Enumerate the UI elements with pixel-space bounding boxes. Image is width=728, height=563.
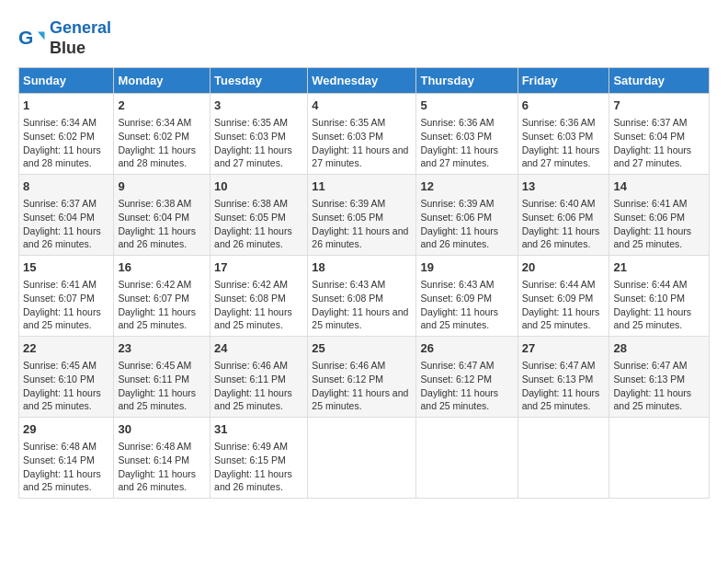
daylight: Daylight: 11 hours and 25 minutes.: [312, 387, 408, 412]
daylight: Daylight: 11 hours and 26 minutes.: [23, 225, 101, 250]
sunset: Sunset: 6:04 PM: [118, 212, 189, 223]
sunrise: Sunrise: 6:41 AM: [613, 198, 687, 209]
week-row-1: 1Sunrise: 6:34 AMSunset: 6:02 PMDaylight…: [19, 94, 710, 175]
week-row-2: 8Sunrise: 6:37 AMSunset: 6:04 PMDaylight…: [19, 175, 710, 256]
sunset: Sunset: 6:13 PM: [613, 373, 685, 385]
calendar-cell: 29Sunrise: 6:48 AMSunset: 6:14 PMDayligh…: [19, 417, 114, 498]
sunset: Sunset: 6:10 PM: [23, 373, 95, 385]
calendar-cell: 6Sunrise: 6:36 AMSunset: 6:03 PMDaylight…: [518, 94, 609, 175]
sunrise: Sunrise: 6:42 AM: [118, 279, 191, 290]
calendar-cell: 27Sunrise: 6:47 AMSunset: 6:13 PMDayligh…: [518, 337, 609, 418]
sunset: Sunset: 6:07 PM: [118, 293, 189, 304]
daylight: Daylight: 11 hours and 25 minutes.: [23, 306, 101, 331]
day-number: 5: [420, 98, 513, 114]
sunrise: Sunrise: 6:41 AM: [23, 279, 97, 290]
sunrise: Sunrise: 6:46 AM: [312, 360, 385, 371]
sunrise: Sunrise: 6:35 AM: [214, 117, 288, 128]
sunset: Sunset: 6:06 PM: [613, 212, 685, 223]
calendar-cell: 23Sunrise: 6:45 AMSunset: 6:11 PMDayligh…: [114, 337, 210, 418]
day-number: 31: [214, 421, 303, 438]
sunrise: Sunrise: 6:42 AM: [214, 279, 288, 290]
calendar-header-row: SundayMondayTuesdayWednesdayThursdayFrid…: [19, 68, 710, 94]
sunrise: Sunrise: 6:35 AM: [312, 117, 385, 128]
daylight: Daylight: 11 hours and 27 minutes.: [420, 144, 498, 169]
logo-text: General Blue: [50, 18, 111, 58]
daylight: Daylight: 11 hours and 28 minutes.: [118, 144, 196, 169]
logo: G General Blue: [18, 18, 111, 58]
calendar-cell: 9Sunrise: 6:38 AMSunset: 6:04 PMDaylight…: [114, 175, 210, 256]
sunset: Sunset: 6:03 PM: [420, 131, 492, 142]
daylight: Daylight: 11 hours and 26 minutes.: [214, 225, 292, 250]
page-header: G General Blue: [18, 18, 710, 58]
day-number: 2: [118, 98, 206, 114]
sunrise: Sunrise: 6:45 AM: [23, 360, 97, 371]
day-number: 20: [522, 259, 606, 276]
sunset: Sunset: 6:02 PM: [23, 131, 95, 142]
daylight: Daylight: 11 hours and 27 minutes.: [613, 144, 691, 169]
day-number: 22: [23, 340, 109, 357]
calendar-cell: 13Sunrise: 6:40 AMSunset: 6:06 PMDayligh…: [518, 175, 609, 256]
sunrise: Sunrise: 6:45 AM: [118, 360, 191, 371]
daylight: Daylight: 11 hours and 27 minutes.: [522, 144, 600, 169]
calendar-cell: 22Sunrise: 6:45 AMSunset: 6:10 PMDayligh…: [19, 337, 114, 418]
header-wednesday: Wednesday: [308, 68, 416, 94]
header-thursday: Thursday: [416, 68, 518, 94]
sunset: Sunset: 6:11 PM: [214, 373, 286, 385]
day-number: 27: [522, 340, 606, 357]
day-number: 16: [118, 259, 206, 276]
calendar-cell: 2Sunrise: 6:34 AMSunset: 6:02 PMDaylight…: [114, 94, 210, 175]
sunrise: Sunrise: 6:44 AM: [613, 279, 687, 290]
sunset: Sunset: 6:12 PM: [420, 373, 492, 385]
day-number: 23: [118, 340, 206, 357]
sunset: Sunset: 6:09 PM: [420, 293, 492, 304]
sunset: Sunset: 6:05 PM: [312, 212, 383, 223]
daylight: Daylight: 11 hours and 25 minutes.: [522, 306, 600, 331]
header-tuesday: Tuesday: [210, 68, 308, 94]
day-number: 30: [118, 421, 206, 438]
daylight: Daylight: 11 hours and 25 minutes.: [613, 387, 691, 412]
sunset: Sunset: 6:10 PM: [613, 293, 685, 304]
sunrise: Sunrise: 6:34 AM: [23, 117, 97, 128]
calendar-cell: 5Sunrise: 6:36 AMSunset: 6:03 PMDaylight…: [416, 94, 518, 175]
daylight: Daylight: 11 hours and 25 minutes.: [118, 387, 196, 412]
calendar-cell: 21Sunrise: 6:44 AMSunset: 6:10 PMDayligh…: [609, 256, 710, 337]
sunrise: Sunrise: 6:40 AM: [522, 198, 596, 209]
sunset: Sunset: 6:15 PM: [214, 454, 286, 465]
calendar-cell: 19Sunrise: 6:43 AMSunset: 6:09 PMDayligh…: [416, 256, 518, 337]
daylight: Daylight: 11 hours and 25 minutes.: [214, 387, 292, 412]
day-number: 6: [522, 98, 606, 114]
sunrise: Sunrise: 6:34 AM: [118, 117, 191, 128]
sunset: Sunset: 6:12 PM: [312, 373, 383, 385]
calendar-cell: [609, 417, 710, 498]
calendar-cell: [416, 417, 518, 498]
daylight: Daylight: 11 hours and 26 minutes.: [214, 468, 292, 493]
week-row-5: 29Sunrise: 6:48 AMSunset: 6:14 PMDayligh…: [19, 417, 710, 498]
calendar-cell: 10Sunrise: 6:38 AMSunset: 6:05 PMDayligh…: [210, 175, 308, 256]
sunrise: Sunrise: 6:44 AM: [522, 279, 596, 290]
sunrise: Sunrise: 6:38 AM: [118, 198, 191, 209]
calendar-cell: [308, 417, 416, 498]
calendar-cell: 14Sunrise: 6:41 AMSunset: 6:06 PMDayligh…: [609, 175, 710, 256]
day-number: 29: [23, 421, 109, 438]
sunset: Sunset: 6:04 PM: [23, 212, 95, 223]
day-number: 10: [214, 178, 303, 195]
calendar-cell: 28Sunrise: 6:47 AMSunset: 6:13 PMDayligh…: [609, 337, 710, 418]
sunset: Sunset: 6:04 PM: [613, 131, 685, 142]
sunrise: Sunrise: 6:48 AM: [118, 441, 191, 452]
week-row-3: 15Sunrise: 6:41 AMSunset: 6:07 PMDayligh…: [19, 256, 710, 337]
daylight: Daylight: 11 hours and 26 minutes.: [522, 225, 600, 250]
calendar-cell: [518, 417, 609, 498]
day-number: 17: [214, 259, 303, 276]
sunset: Sunset: 6:03 PM: [522, 131, 594, 142]
calendar-table: SundayMondayTuesdayWednesdayThursdayFrid…: [18, 67, 710, 499]
daylight: Daylight: 11 hours and 25 minutes.: [420, 306, 498, 331]
daylight: Daylight: 11 hours and 26 minutes.: [118, 468, 196, 493]
calendar-cell: 24Sunrise: 6:46 AMSunset: 6:11 PMDayligh…: [210, 337, 308, 418]
sunset: Sunset: 6:03 PM: [312, 131, 383, 142]
sunset: Sunset: 6:02 PM: [118, 131, 189, 142]
sunset: Sunset: 6:11 PM: [118, 373, 189, 385]
sunrise: Sunrise: 6:48 AM: [23, 441, 97, 452]
day-number: 19: [420, 259, 513, 276]
day-number: 24: [214, 340, 303, 357]
calendar-cell: 1Sunrise: 6:34 AMSunset: 6:02 PMDaylight…: [19, 94, 114, 175]
